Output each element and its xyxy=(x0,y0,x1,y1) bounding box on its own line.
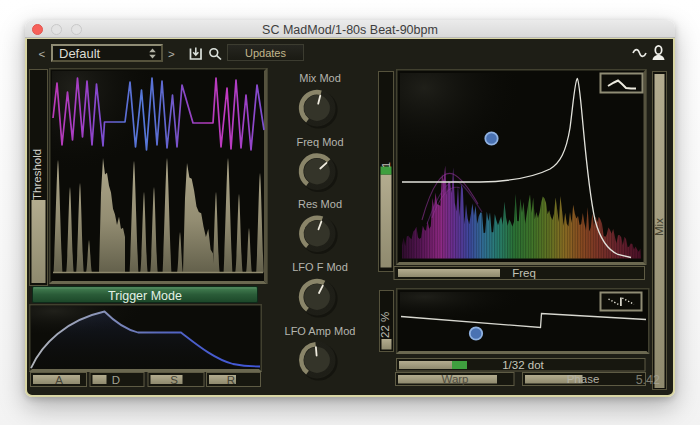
svg-text:Warp: Warp xyxy=(441,373,468,385)
svg-text:Phase: Phase xyxy=(567,373,600,385)
svg-text:A: A xyxy=(55,374,63,386)
svg-text:S: S xyxy=(170,374,178,386)
svg-text:R: R xyxy=(227,374,235,386)
svg-text:5.42: 5.42 xyxy=(636,373,660,387)
svg-text:Trigger Mode: Trigger Mode xyxy=(108,289,182,303)
svg-text:D: D xyxy=(112,374,120,386)
svg-text:Freq: Freq xyxy=(512,267,536,279)
svg-text:1/32 dot: 1/32 dot xyxy=(502,359,544,371)
